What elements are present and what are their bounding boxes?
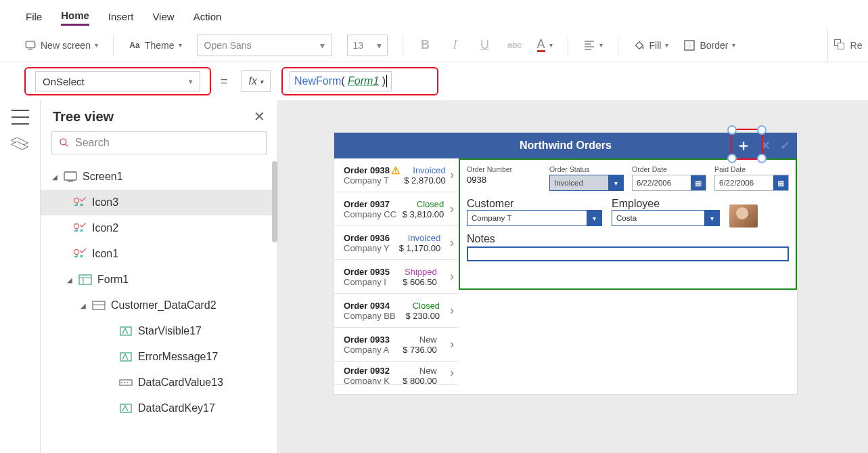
tree-item-screen1[interactable]: ◢ Screen1 xyxy=(41,164,277,190)
order-company: Company K xyxy=(344,376,390,385)
order-company: Company A xyxy=(344,345,390,355)
reorder-button[interactable]: Re xyxy=(827,28,868,62)
menu-home[interactable]: Home xyxy=(61,7,89,26)
tree-item-icon3[interactable]: Icon3 xyxy=(41,190,277,215)
formula-arg: Form1 xyxy=(348,75,379,87)
form-icon xyxy=(78,274,92,286)
collapse-toggle[interactable]: ◢ xyxy=(51,173,58,181)
chevron-down-icon: ▾ xyxy=(599,41,603,49)
underline-button[interactable]: U xyxy=(478,38,493,52)
order-row[interactable]: Order 0932Company KNew$ 800.00› xyxy=(334,362,458,385)
order-date-input[interactable]: 6/22/2006 ▦ xyxy=(632,175,706,191)
chevron-right-icon: › xyxy=(450,202,454,216)
menu-insert[interactable]: Insert xyxy=(108,8,134,25)
chevron-right-icon: › xyxy=(450,337,454,351)
border-button[interactable]: Border ▾ xyxy=(683,39,735,51)
svg-rect-5 xyxy=(64,172,76,180)
layers-button[interactable] xyxy=(13,137,28,152)
close-tree-button[interactable]: ✕ xyxy=(254,108,265,125)
customer-value: Company T xyxy=(472,214,511,222)
font-size-value: 13 xyxy=(353,40,364,51)
property-selector-highlight: OnSelect ▾ xyxy=(24,67,211,95)
bold-button[interactable]: B xyxy=(418,38,433,52)
formula-input[interactable]: NewForm ( Form1 ) xyxy=(290,71,392,91)
tree-item-label: Customer_DataCard2 xyxy=(111,299,216,311)
order-row[interactable]: Order 0933Company ANew$ 736.00› xyxy=(334,328,458,362)
layers-icon xyxy=(13,137,28,152)
svg-rect-10 xyxy=(79,275,91,284)
tree-search-input[interactable]: Search xyxy=(51,131,267,154)
tree-item-label: Icon1 xyxy=(92,248,118,260)
reorder-icon xyxy=(834,39,846,51)
calendar-icon: ▦ xyxy=(691,175,706,190)
order-amount: $ 736.00 xyxy=(403,345,437,355)
menu-view[interactable]: View xyxy=(152,8,174,25)
order-row[interactable]: Order 0934Company BBClosed$ 230.00› xyxy=(334,294,458,328)
notes-input[interactable] xyxy=(467,246,789,261)
order-status: Invoiced xyxy=(413,165,445,175)
tree-item-label: StarVisible17 xyxy=(138,325,202,337)
new-screen-button[interactable]: New screen ▾ xyxy=(24,39,98,51)
tree-item-customer-datacard2[interactable]: ◢ Customer_DataCard2 xyxy=(41,293,277,318)
order-status-label: Order Status xyxy=(549,165,624,175)
tree-search-placeholder: Search xyxy=(75,137,110,149)
customer-select[interactable]: Company T ▾ xyxy=(467,210,602,226)
chevron-down-icon: ▾ xyxy=(179,41,182,49)
order-row[interactable]: Order 0938⚠Company TInvoiced$ 2,870.00› xyxy=(334,158,458,192)
workspace: Tree view ✕ Search ◢ Screen1 Icon3 xyxy=(0,100,868,453)
chevron-down-icon: ▾ xyxy=(377,40,382,51)
menu-action[interactable]: Action xyxy=(193,8,222,25)
collapse-toggle[interactable]: ◢ xyxy=(66,276,73,284)
chevron-down-icon: ▾ xyxy=(320,40,325,51)
font-size-select[interactable]: 13 ▾ xyxy=(347,35,388,56)
tree-item-form1[interactable]: ◢ Form1 xyxy=(41,267,277,293)
svg-rect-0 xyxy=(26,41,35,48)
equals-label: = xyxy=(218,74,231,89)
italic-button[interactable]: I xyxy=(448,38,463,52)
confirm-icon[interactable]: ✓ xyxy=(780,138,790,153)
order-row[interactable]: Order 0935Company IShipped$ 606.50› xyxy=(334,260,458,294)
fill-button[interactable]: Fill ▾ xyxy=(633,39,669,51)
order-row[interactable]: Order 0936Company YInvoiced$ 1,170.00› xyxy=(334,226,458,260)
font-family-select[interactable]: Open Sans ▾ xyxy=(197,35,332,56)
tree-item-datacardvalue13[interactable]: DataCardValue13 xyxy=(41,370,277,395)
screen-icon xyxy=(64,171,77,183)
strike-button[interactable]: abc xyxy=(507,40,522,50)
order-status-select[interactable]: Invoiced ▾ xyxy=(549,175,624,191)
warning-icon: ⚠ xyxy=(391,165,400,175)
tree-scrollbar[interactable] xyxy=(272,161,277,242)
font-color-button[interactable]: A ▾ xyxy=(537,38,553,52)
menu-file[interactable]: File xyxy=(26,8,42,25)
fill-icon xyxy=(633,39,645,51)
tree-item-datacardkey17[interactable]: DataCardKey17 xyxy=(41,395,277,421)
chevron-down-icon: ▾ xyxy=(608,175,623,190)
employee-select[interactable]: Costa ▾ xyxy=(612,210,720,226)
chevron-down-icon: ▾ xyxy=(95,41,98,49)
employee-photo xyxy=(729,204,758,228)
svg-rect-12 xyxy=(120,327,131,335)
tree-item-starvisible17[interactable]: StarVisible17 xyxy=(41,318,277,344)
hamburger-button[interactable] xyxy=(12,110,29,125)
app-title-bar: Northwind Orders ＋ ✕ ✓ xyxy=(334,133,797,158)
order-gallery[interactable]: Order 0938⚠Company TInvoiced$ 2,870.00›O… xyxy=(334,158,459,394)
canvas-area[interactable]: Northwind Orders ＋ ✕ ✓ Order 0938⚠Compan… xyxy=(278,100,868,453)
align-button[interactable]: ▾ xyxy=(583,39,603,51)
paid-date-input[interactable]: 6/22/2006 ▦ xyxy=(714,175,789,191)
theme-button[interactable]: Aa Theme ▾ xyxy=(129,39,182,51)
add-icon[interactable]: ＋ xyxy=(736,135,751,156)
property-selector[interactable]: OnSelect ▾ xyxy=(35,71,200,91)
svg-rect-18 xyxy=(120,404,131,412)
label-icon xyxy=(119,351,133,363)
chevron-right-icon: › xyxy=(450,366,454,380)
fx-button[interactable]: fx ▾ xyxy=(242,70,271,92)
cancel-icon[interactable]: ✕ xyxy=(760,138,771,153)
label-icon xyxy=(119,325,133,337)
label-icon xyxy=(119,402,133,414)
collapse-toggle[interactable]: ◢ xyxy=(80,302,87,309)
order-id: Order 0938⚠ xyxy=(344,165,400,175)
tree-item-icon2[interactable]: Icon2 xyxy=(41,215,277,241)
order-row[interactable]: Order 0937Company CCClosed$ 3,810.00› xyxy=(334,192,458,226)
order-company: Company BB xyxy=(344,311,396,321)
tree-item-errormessage17[interactable]: ErrorMessage17 xyxy=(41,344,277,370)
tree-item-icon1[interactable]: Icon1 xyxy=(41,241,277,267)
